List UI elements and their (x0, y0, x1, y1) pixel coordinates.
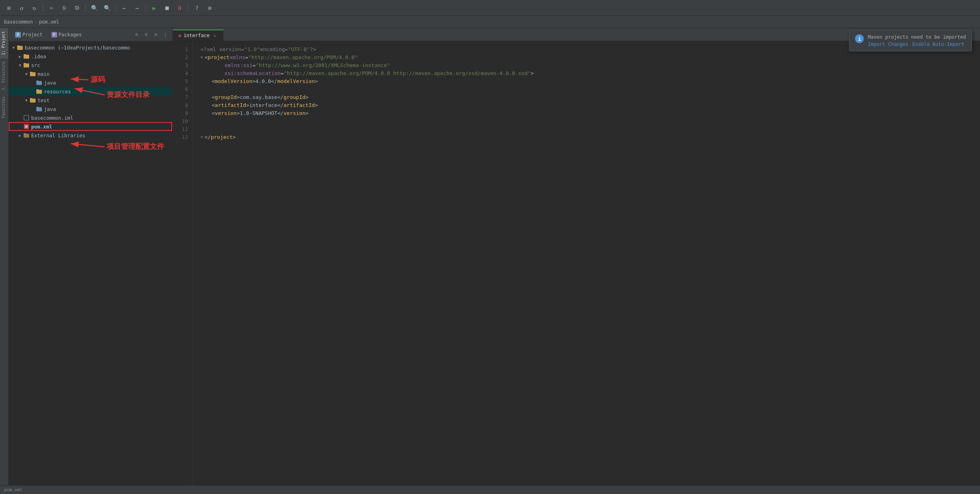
svg-rect-3 (24, 54, 26, 55)
pom-label: pom.xml (31, 124, 52, 130)
code-line-4: xsi:schemaLocation="http://maven.apache.… (200, 69, 972, 77)
ln-12: 12 (173, 133, 192, 141)
ln-1: 1 (173, 45, 192, 53)
code-line-10 (200, 117, 972, 125)
tree-idea[interactable]: ▶ .idea (9, 52, 172, 61)
tab-project[interactable]: P Project (11, 30, 47, 39)
breadcrumb-file[interactable]: pom.xml (39, 19, 59, 25)
editor-tab-close[interactable]: ✕ (212, 33, 218, 38)
breadcrumb: basecommon › pom.xml (0, 16, 980, 28)
root-folder-icon (17, 44, 23, 51)
tree-root[interactable]: ▼ basecommon (~IdeaProjects/basecommo (9, 43, 172, 52)
toolbar-cut[interactable]: ✂ (46, 2, 57, 14)
java-test-folder-icon (36, 106, 42, 112)
tree-main[interactable]: ▼ main (9, 69, 172, 78)
code-line-9: <version>1.0-SNAPSHOT</version> (200, 109, 972, 117)
tree-pom[interactable]: ▶ m pom.xml (9, 122, 172, 131)
tab-packages[interactable]: P Packages (48, 30, 86, 39)
ln-11: 11 (173, 125, 192, 133)
vtab-favorites[interactable]: Favorites (0, 93, 8, 121)
toolbar-sep-1 (43, 4, 43, 12)
tree-resources[interactable]: ▶ resources (9, 87, 172, 96)
test-label: test (38, 97, 50, 103)
panel-btn-4[interactable]: | (161, 30, 170, 39)
panel-btn-3[interactable]: ⚙ (151, 30, 160, 39)
java-main-label: java (44, 80, 56, 86)
packages-icon: P (52, 32, 57, 38)
ln-2: 2 (173, 53, 192, 61)
toolbar-help[interactable]: ? (191, 2, 202, 14)
status-bar: pom.xml (0, 485, 980, 494)
tree-test[interactable]: ▼ test (9, 96, 172, 105)
toolbar-search[interactable]: 🔍 (89, 2, 100, 14)
code-line-7: <groupId>com.say.base</groupId> (200, 93, 972, 101)
root-arrow: ▼ (10, 44, 17, 51)
toolbar-copy[interactable]: ⎘ (59, 2, 70, 14)
toolbar-run[interactable]: ▶ (149, 2, 160, 14)
main-layout: 1: Project 2. Structure Favorites P Proj… (0, 28, 980, 494)
ext-libs-folder-icon (23, 132, 30, 138)
maven-import-link[interactable]: Import Changes (868, 41, 908, 47)
panel-btn-1[interactable]: ⚙ (132, 30, 141, 39)
toolbar-stop[interactable]: ⏸ (174, 2, 185, 14)
panel-tabs: P Project P Packages ⚙ ⊕ ⚙ | (9, 28, 172, 41)
toolbar-forward[interactable]: → (131, 2, 143, 14)
code-content[interactable]: <?xml version="1.0" encoding="UTF-8"?> ▼… (192, 41, 980, 494)
ext-libs-label: External Libraries (31, 132, 85, 138)
main-toolbar: ⊞ ↺ ↻ ✂ ⎘ ⧉ 🔍 🔍 ← → ▶ ⏹ ⏸ ? ⊞ (0, 0, 980, 16)
code-line-12: ▼</project> (200, 133, 972, 141)
svg-text:m: m (26, 125, 28, 128)
project-icon: P (15, 32, 21, 38)
code-line-11 (200, 125, 972, 133)
file-tree: ▼ basecommon (~IdeaProjects/basecommo ▶ … (9, 41, 172, 494)
maven-notification: i Maven projects need to be imported Imp… (849, 30, 972, 51)
toolbar-redo[interactable]: ↻ (29, 2, 40, 14)
editor-area: m interface ✕ 1 2 3 4 5 6 7 8 9 10 11 12 (173, 28, 980, 494)
line-numbers: 1 2 3 4 5 6 7 8 9 10 11 12 (173, 41, 192, 494)
toolbar-sep-3 (115, 4, 116, 12)
test-arrow: ▼ (23, 97, 30, 103)
svg-rect-16 (24, 115, 29, 120)
code-line-6 (200, 85, 972, 93)
toolbar-paste[interactable]: ⧉ (71, 2, 83, 14)
vtab-structure[interactable]: 2. Structure (0, 58, 8, 93)
tree-src[interactable]: ▼ src (9, 61, 172, 69)
iml-label: basecommon.iml (31, 115, 73, 121)
ln-4: 4 (173, 69, 192, 77)
project-panel: P Project P Packages ⚙ ⊕ ⚙ | ▼ basecommo… (9, 28, 173, 494)
toolbar-sep-4 (145, 4, 146, 12)
java-main-folder-icon (36, 79, 42, 86)
toolbar-debug[interactable]: ⏹ (161, 2, 173, 14)
svg-rect-1 (17, 45, 20, 47)
code-line-3: xmlns:xsi="http://www.w3.org/2001/XMLSch… (200, 61, 972, 69)
svg-rect-20 (24, 133, 26, 134)
src-label: src (31, 62, 40, 68)
vtab-project[interactable]: 1: Project (0, 28, 8, 58)
editor-tab-interface[interactable]: m interface ✕ (173, 30, 224, 41)
tree-ext-libs[interactable]: ▶ External Libraries (9, 131, 172, 140)
main-folder-icon (30, 71, 36, 77)
status-text: pom.xml (4, 487, 22, 492)
tree-java-test[interactable]: ▶ java (9, 105, 172, 113)
ln-5: 5 (173, 77, 192, 85)
panel-btn-2[interactable]: ⊕ (142, 30, 151, 39)
svg-rect-5 (24, 63, 26, 64)
tree-java-main[interactable]: ▶ java (9, 78, 172, 87)
test-folder-icon (30, 97, 36, 103)
svg-rect-7 (30, 72, 32, 73)
root-label: basecommon (~IdeaProjects/basecommo (25, 45, 130, 51)
toolbar-back[interactable]: ← (119, 2, 130, 14)
toolbar-settings[interactable]: ⊞ (204, 2, 215, 14)
maven-auto-import-link[interactable]: Enable Auto-Import (913, 41, 964, 47)
maven-title: Maven projects need to be imported (868, 34, 966, 40)
idea-folder-icon (23, 53, 30, 59)
pom-file-icon: m (23, 123, 30, 130)
toolbar-undo[interactable]: ↺ (16, 2, 27, 14)
src-arrow: ▼ (17, 62, 23, 68)
toolbar-btn-1[interactable]: ⊞ (3, 2, 14, 14)
tree-iml[interactable]: ▶ basecommon.iml (9, 113, 172, 122)
breadcrumb-root[interactable]: basecommon (4, 19, 33, 25)
toolbar-search2[interactable]: 🔍 (101, 2, 113, 14)
breadcrumb-sep: › (34, 19, 37, 25)
ln-6: 6 (173, 85, 192, 93)
